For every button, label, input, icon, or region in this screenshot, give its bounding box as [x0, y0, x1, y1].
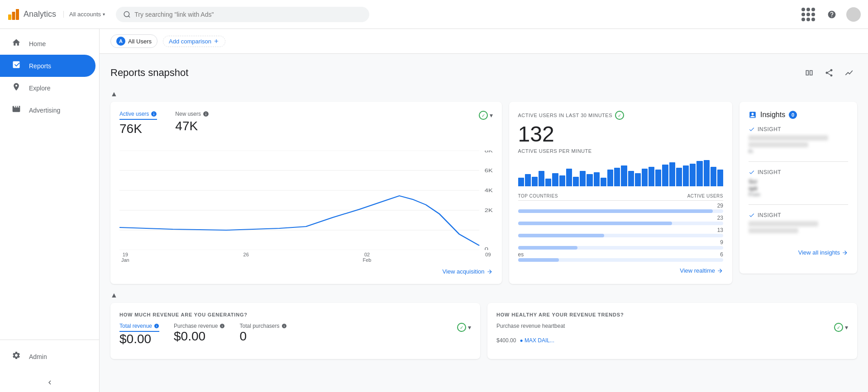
bar-item	[566, 169, 572, 186]
x-label-1: 19Jan	[121, 252, 129, 263]
country-value: 23	[717, 215, 723, 221]
insight-label-1: INSIGHT	[749, 126, 848, 132]
country-bar-fill	[518, 246, 578, 250]
metric-new-users: New users 47K	[175, 111, 209, 136]
sidebar-item-admin[interactable]: Admin	[0, 345, 95, 368]
country-bar-bg	[518, 258, 723, 262]
sidebar-item-reports[interactable]: Reports	[0, 55, 95, 77]
info-icon-1[interactable]	[151, 111, 157, 117]
apps-grid-icon	[801, 8, 815, 21]
search-bar[interactable]	[116, 7, 369, 22]
topbar-right	[799, 5, 861, 24]
home-icon	[11, 38, 22, 49]
svg-text:8K: 8K	[485, 151, 493, 153]
share-icon	[825, 68, 834, 77]
revenue-left-title: HOW MUCH REVENUE ARE YOU GENERATING?	[119, 312, 471, 317]
svg-line-4	[129, 16, 130, 17]
search-input[interactable]	[134, 11, 362, 18]
new-users-value: 47K	[175, 119, 209, 133]
active-users-value: 76K	[119, 122, 157, 136]
avatar[interactable]	[846, 7, 861, 22]
sidebar: Home Reports Explore Adver	[0, 29, 100, 392]
insight-item-2: INSIGHT Scr spii From	[749, 169, 848, 205]
content-area: A All Users Add comparison Reports snaps…	[100, 29, 868, 392]
info-icon-rev-1[interactable]	[154, 323, 159, 329]
sidebar-collapse-button[interactable]	[44, 377, 56, 388]
bar-item	[704, 160, 710, 186]
insight-item-3: INSIGHT	[749, 212, 848, 242]
bar-item	[594, 172, 600, 186]
heartbeat-dropdown[interactable]: ▾	[845, 324, 848, 331]
share-button[interactable]	[821, 65, 837, 81]
purchase-revenue-metric: Purchase revenue $0.00	[174, 323, 225, 346]
snapshot-header: Reports snapshot	[110, 65, 857, 81]
insights-card: Insights 0 INSIGHT Fr	[739, 102, 857, 274]
help-button[interactable]	[823, 5, 841, 24]
sidebar-item-advertising[interactable]: Advertising	[0, 99, 95, 121]
svg-text:6K: 6K	[485, 168, 493, 173]
view-realtime-link[interactable]: View realtime	[518, 267, 723, 274]
bar-item	[614, 168, 620, 186]
info-icon-rev-3[interactable]	[281, 323, 287, 329]
metrics-dropdown[interactable]: ▾	[490, 112, 493, 119]
view-acquisition-link[interactable]: View acquisition	[119, 268, 493, 275]
metric-active-users: Active users 76K	[119, 111, 157, 136]
app-logo[interactable]: Analytics	[7, 8, 56, 21]
insight-icon-1	[749, 126, 755, 132]
columns-view-button[interactable]	[801, 65, 817, 81]
sidebar-item-explore[interactable]: Explore	[0, 77, 95, 99]
active-users-card: Active users 76K New users 47K	[110, 102, 502, 284]
revenue-dropdown[interactable]: ▾	[468, 324, 471, 331]
sidebar-collapse-section	[0, 373, 99, 392]
country-bar-bg	[518, 222, 723, 225]
revenue-check-icon: ✓	[457, 323, 466, 332]
section-toggle-1[interactable]: ▲	[110, 90, 857, 98]
chevron-up-icon-1: ▲	[110, 90, 118, 98]
bar-item	[683, 165, 689, 186]
customize-button[interactable]	[841, 65, 857, 81]
explore-icon	[11, 82, 22, 94]
columns-icon	[805, 68, 814, 77]
sidebar-nav: Home Reports Explore Adver	[0, 29, 99, 340]
info-icon-2[interactable]	[203, 111, 209, 117]
country-name: es	[518, 251, 524, 258]
view-all-insights-link[interactable]: View all insights	[749, 249, 848, 256]
new-users-label: New users	[175, 111, 209, 117]
add-comparison-button[interactable]: Add comparison	[163, 36, 225, 47]
insight-text-2: Scr spii From	[749, 178, 848, 197]
bar-item	[601, 178, 606, 186]
chevron-down-icon: ▾	[103, 12, 105, 17]
bar-item	[559, 175, 565, 186]
purchase-revenue-value: $0.00	[174, 329, 225, 344]
total-purchasers-value: 0	[239, 329, 286, 344]
insight-text-3	[749, 221, 848, 233]
all-users-chip[interactable]: A All Users	[110, 34, 157, 48]
apps-grid-button[interactable]	[799, 5, 817, 24]
section-toggle-2[interactable]: ▲	[110, 291, 857, 299]
segment-label: All Users	[128, 38, 152, 45]
revenue-left-card: HOW MUCH REVENUE ARE YOU GENERATING? Tot…	[110, 303, 480, 359]
bar-item	[532, 177, 538, 186]
logo-icon	[7, 8, 20, 21]
country-row: 23	[518, 215, 723, 225]
sidebar-item-advertising-label: Advertising	[29, 107, 60, 114]
bar-item	[621, 165, 627, 186]
revenue-right-card: HOW HEALTHY ARE YOUR REVENUE TRENDS? Pur…	[487, 303, 857, 359]
bar-item	[545, 179, 551, 186]
country-bar-fill	[518, 258, 559, 262]
sidebar-item-home[interactable]: Home	[0, 33, 95, 55]
arrow-right-icon-2	[717, 268, 723, 274]
line-chart: 8K 6K 4K 2K 0	[119, 151, 493, 250]
account-selector[interactable]: All accounts ▾	[63, 11, 105, 18]
insight-label-2: INSIGHT	[749, 169, 848, 175]
country-bar-fill	[518, 209, 713, 213]
line-chart-svg: 8K 6K 4K 2K 0	[119, 151, 493, 250]
revenue-cards-row: HOW MUCH REVENUE ARE YOU GENERATING? Tot…	[110, 303, 857, 359]
info-icon-rev-2[interactable]	[219, 323, 225, 329]
sidebar-item-admin-label: Admin	[29, 353, 47, 360]
max-daily-value: $400.00	[496, 337, 516, 344]
insights-badge: 0	[789, 111, 797, 119]
total-purchasers-metric: Total purchasers 0	[239, 323, 286, 346]
svg-text:2K: 2K	[485, 208, 493, 213]
country-bar-bg	[518, 246, 723, 250]
